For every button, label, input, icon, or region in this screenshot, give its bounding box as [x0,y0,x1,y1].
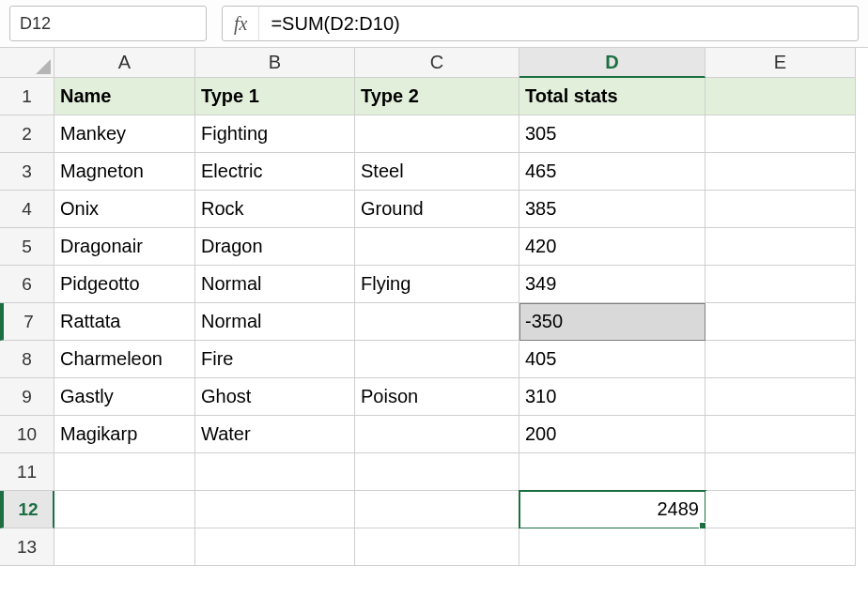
cell-A9[interactable]: Gastly [54,378,195,416]
header-cell-type-2[interactable]: Type 2 [355,78,519,115]
row-header-2[interactable]: 2 [0,115,54,153]
cell-E4[interactable] [705,191,856,228]
row-header-10[interactable]: 10 [0,416,54,453]
cell-A5[interactable]: Dragonair [54,228,195,266]
cell-C8[interactable] [355,341,519,378]
cell-A6[interactable]: Pidgeotto [54,266,195,303]
formula-bar: ▾ fx [0,0,868,48]
cell-B5[interactable]: Dragon [195,228,355,266]
cell-B13[interactable] [195,528,355,566]
cell-A13[interactable] [54,528,195,566]
column-header-E[interactable]: E [705,48,856,78]
cell-B4[interactable]: Rock [195,191,355,228]
cell-B9[interactable]: Ghost [195,378,355,416]
cell-B12[interactable] [195,491,355,528]
formula-input-container: fx [222,6,859,41]
column-header-C[interactable]: C [355,48,519,78]
cell-D4[interactable]: 385 [519,191,705,228]
row-header-8[interactable]: 8 [0,341,54,378]
cell-C4[interactable]: Ground [355,191,519,228]
active-cell[interactable]: 2489 [519,491,705,528]
cell-E10[interactable] [705,416,856,453]
cell-C13[interactable] [355,528,519,566]
cell-C6[interactable]: Flying [355,266,519,303]
cell-C2[interactable] [355,115,519,153]
row-header-6[interactable]: 6 [0,266,54,303]
cell-A11[interactable] [54,453,195,491]
cell-E6[interactable] [705,266,856,303]
cell-A7[interactable]: Rattata [54,303,195,341]
cell-E3[interactable] [705,153,856,191]
cell-E9[interactable] [705,378,856,416]
row-header-9[interactable]: 9 [0,378,54,416]
cell-E1[interactable] [705,78,856,115]
row-header-3[interactable]: 3 [0,153,54,191]
cell-D3[interactable]: 465 [519,153,705,191]
cell-A8[interactable]: Charmeleon [54,341,195,378]
cell-D11[interactable] [519,453,705,491]
cell-A12[interactable] [54,491,195,528]
cell-B6[interactable]: Normal [195,266,355,303]
row-header-1[interactable]: 1 [0,78,54,115]
header-cell-name[interactable]: Name [54,78,195,115]
cell-C3[interactable]: Steel [355,153,519,191]
fx-icon[interactable]: fx [223,7,259,40]
header-cell-type-1[interactable]: Type 1 [195,78,355,115]
cell-D5[interactable]: 420 [519,228,705,266]
cell-C5[interactable] [355,228,519,266]
cell-A3[interactable]: Magneton [54,153,195,191]
select-all-corner[interactable] [0,48,54,78]
cell-C12[interactable] [355,491,519,528]
cell-E11[interactable] [705,453,856,491]
cell-E13[interactable] [705,528,856,566]
cell-D2[interactable]: 305 [519,115,705,153]
cell-D13[interactable] [519,528,705,566]
cell-D6[interactable]: 349 [519,266,705,303]
cell-E8[interactable] [705,341,856,378]
cell-A10[interactable]: Magikarp [54,416,195,453]
cell-C9[interactable]: Poison [355,378,519,416]
column-header-D[interactable]: D [519,48,705,78]
cell-E12[interactable] [705,491,856,528]
header-cell-total-stats[interactable]: Total stats [519,78,705,115]
row-header-13[interactable]: 13 [0,528,54,566]
cell-B3[interactable]: Electric [195,153,355,191]
column-header-B[interactable]: B [195,48,355,78]
cell-C10[interactable] [355,416,519,453]
cell-C11[interactable] [355,453,519,491]
cell-D9[interactable]: 310 [519,378,705,416]
cell-A4[interactable]: Onix [54,191,195,228]
row-header-12[interactable]: 12 [0,491,54,528]
cell-D7[interactable]: -350 [519,303,705,341]
column-header-A[interactable]: A [54,48,195,78]
spreadsheet-grid[interactable]: ABCDE1NameType 1Type 2Total stats2Mankey… [0,48,868,566]
cell-D8[interactable]: 405 [519,341,705,378]
formula-input[interactable] [259,13,858,35]
cell-E7[interactable] [705,303,856,341]
name-box[interactable] [10,14,247,34]
row-header-7[interactable]: 7 [0,303,54,341]
row-header-11[interactable]: 11 [0,453,54,491]
cell-E5[interactable] [705,228,856,266]
cell-D10[interactable]: 200 [519,416,705,453]
cell-C7[interactable] [355,303,519,341]
cell-A2[interactable]: Mankey [54,115,195,153]
row-header-5[interactable]: 5 [0,228,54,266]
cell-B2[interactable]: Fighting [195,115,355,153]
name-box-container: ▾ [9,6,207,41]
cell-B8[interactable]: Fire [195,341,355,378]
row-header-4[interactable]: 4 [0,191,54,228]
cell-B10[interactable]: Water [195,416,355,453]
cell-B11[interactable] [195,453,355,491]
cell-B7[interactable]: Normal [195,303,355,341]
cell-E2[interactable] [705,115,856,153]
